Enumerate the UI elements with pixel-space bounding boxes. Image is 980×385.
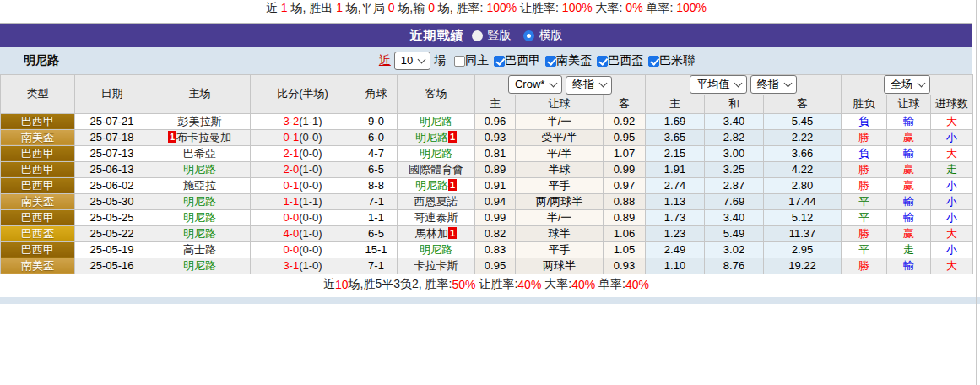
corner-cell: 1-1 — [355, 209, 398, 225]
goals-result-cell: 小 — [931, 241, 973, 258]
goals-result-cell: 小 — [931, 129, 973, 145]
near-link[interactable]: 近 — [379, 53, 391, 68]
result-text: 大 — [946, 227, 957, 240]
corner-cell: 7-1 — [355, 193, 398, 209]
corner-cell: 4-7 — [355, 145, 398, 161]
filter-checkbox-南美盃[interactable]: 南美盃 — [545, 53, 592, 68]
result-text: 赢 — [903, 131, 914, 144]
result-text: 赢 — [903, 179, 914, 192]
stats-text-segment: 近 — [266, 0, 281, 16]
score-cell: 0-0(0-0) — [251, 209, 355, 225]
avg-away-cell: 3.66 — [764, 145, 842, 161]
checkbox-icon[interactable] — [494, 56, 505, 67]
red-card-badge: 1 — [448, 179, 457, 191]
layout-radio-vertical[interactable]: 豎版 — [472, 28, 512, 43]
match-row: 南美盃25-07-181布卡拉曼加0-1(0-0)6-0明尼路10.93受平/半… — [1, 129, 973, 145]
filter-checkbox-巴米聯[interactable]: 巴米聯 — [648, 53, 695, 68]
layout-radio-horizontal[interactable]: 横版 — [523, 28, 563, 43]
goals-result-cell: 小 — [931, 177, 973, 193]
date-cell: 25-05-30 — [75, 193, 149, 209]
field-label: 場 — [434, 53, 446, 68]
radio-label: 横版 — [539, 28, 563, 43]
away-team-cell: 卡拉卡斯 — [398, 258, 475, 274]
fulltime-score: 0-0 — [283, 211, 299, 224]
result-text: 輸 — [903, 211, 914, 224]
handicap-result-cell: 輸 — [887, 145, 931, 161]
home-team-cell: 巴希亞 — [149, 145, 251, 161]
filter-checkbox-巴西盃[interactable]: 巴西盃 — [597, 53, 643, 68]
sub-header-avg-away: 客 — [764, 95, 842, 113]
avg-away-cell: 17.44 — [764, 193, 842, 209]
home-team-name: 明尼路 — [183, 163, 216, 176]
away-team-cell: 馬林加1 — [398, 225, 475, 241]
winloss-result-cell: 平 — [842, 193, 887, 209]
filter-checkbox-同主[interactable]: 同主 — [454, 53, 489, 68]
score-cell: 0-1(0-0) — [251, 177, 355, 193]
filter-checkbox-巴西甲[interactable]: 巴西甲 — [494, 53, 540, 68]
chevron-down-icon — [550, 79, 558, 87]
league-type-cell: 巴西甲 — [1, 161, 75, 177]
home-odds-cell: 0.89 — [475, 161, 516, 177]
result-text: 大 — [946, 259, 957, 272]
away-odds-cell: 1.05 — [604, 241, 646, 258]
handicap-cell: 平手 — [516, 241, 604, 258]
away-odds-cell: 0.93 — [604, 258, 646, 274]
match-count-select[interactable]: 10 — [394, 52, 430, 70]
goals-result-cell: 大 — [931, 258, 973, 274]
stats-text-segment: 0% — [625, 0, 642, 16]
halftime-score: (1-0) — [299, 163, 322, 176]
checkbox-label: 巴米聯 — [659, 53, 695, 68]
avg-home-cell: 1.13 — [646, 193, 705, 209]
checkbox-label: 巴西甲 — [505, 53, 540, 68]
checkbox-icon[interactable] — [648, 56, 659, 67]
checkbox-icon[interactable] — [597, 56, 608, 67]
sub-header-handicap-result: 让球 — [887, 95, 931, 113]
chevron-down-icon — [783, 79, 792, 87]
odds-time-select-2[interactable]: 终指 — [750, 75, 797, 94]
avg-home-cell: 1.69 — [646, 113, 705, 129]
odds-time-select-1[interactable]: 终指 — [566, 76, 612, 95]
away-odds-cell: 1.06 — [604, 225, 646, 241]
winloss-result-cell: 勝 — [842, 129, 887, 145]
summary-text-segment: 近 — [323, 277, 335, 292]
league-type-cell: 南美盃 — [1, 193, 75, 209]
avg-away-cell: 4.22 — [764, 161, 842, 177]
sub-header-winloss: 胜负 — [842, 95, 887, 113]
home-team-name: 高士路 — [183, 243, 216, 256]
away-team-cell: 明尼路 — [398, 113, 475, 129]
checkbox-icon[interactable] — [545, 56, 556, 67]
radio-icon[interactable] — [523, 30, 534, 41]
halftime-score: (0-0) — [299, 211, 322, 224]
home-odds-cell: 0.81 — [475, 145, 516, 161]
odds-source-select[interactable]: Crow* — [508, 75, 562, 94]
radio-icon[interactable] — [472, 30, 483, 41]
away-team-cell: 國際體育會 — [398, 161, 475, 177]
goals-result-cell: 大 — [931, 225, 973, 241]
sub-header-away-odds: 客 — [604, 95, 646, 113]
avg-draw-cell: 2.82 — [705, 129, 764, 145]
handicap-result-cell: 輸 — [887, 258, 931, 274]
corner-cell: 6-5 — [355, 225, 398, 241]
odds-group-1: Crow* 终指 — [475, 75, 646, 95]
away-team-name: 國際體育會 — [409, 163, 463, 176]
home-team-name: 明尼路 — [183, 195, 216, 208]
result-text: 赢 — [903, 227, 914, 240]
halftime-score: (0-0) — [299, 179, 322, 192]
avg-draw-cell: 8.76 — [705, 258, 764, 274]
average-select[interactable]: 平均值 — [690, 75, 747, 94]
league-type-cell: 南美盃 — [1, 129, 75, 145]
stats-text-segment: 1 — [336, 0, 343, 16]
fulltime-select[interactable]: 全场 — [884, 75, 930, 94]
avg-away-cell: 19.22 — [764, 258, 842, 274]
league-type-cell: 巴西甲 — [1, 209, 75, 225]
stats-text-segment: 场, 胜出 — [288, 0, 337, 16]
score-cell: 1-1(1-1) — [251, 193, 355, 209]
goals-result-cell: 大 — [931, 113, 973, 129]
filter-bar: 明尼路 近 10 場 同主巴西甲南美盃巴西盃巴米聯 — [0, 47, 972, 74]
checkbox-icon[interactable] — [454, 56, 465, 67]
corner-cell: 7-1 — [355, 258, 398, 274]
goals-result-cell: 大 — [931, 145, 973, 161]
avg-draw-cell: 3.40 — [705, 113, 764, 129]
checkbox-label: 巴西盃 — [608, 53, 643, 68]
handicap-cell: 球半 — [516, 225, 604, 241]
